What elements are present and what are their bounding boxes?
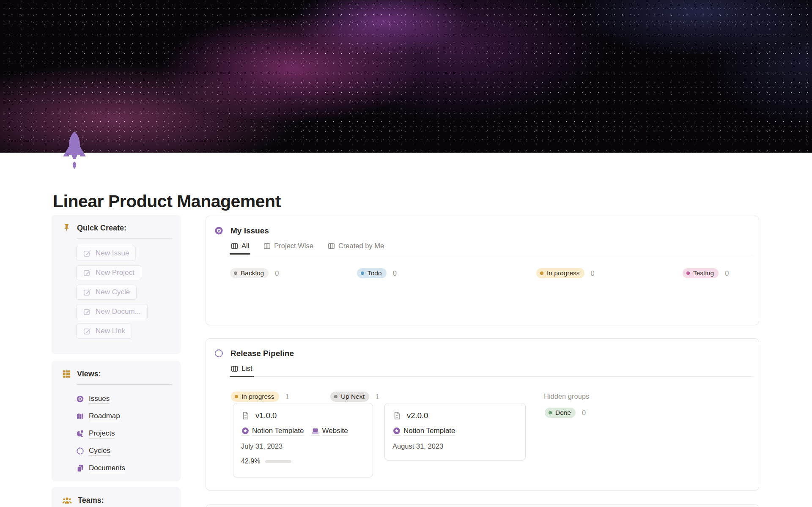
- my-issues-title: My Issues: [230, 226, 269, 236]
- board-view-icon: [263, 243, 271, 249]
- release-pipeline-tab-bar: List: [231, 364, 753, 377]
- pill-label: Todo: [368, 269, 382, 277]
- done-pill[interactable]: Done: [545, 408, 576, 418]
- compose-icon: [83, 288, 91, 296]
- group-count: 1: [376, 393, 379, 401]
- board-view-icon: [328, 243, 335, 249]
- group-count: 0: [591, 269, 595, 277]
- compose-icon: [83, 249, 91, 258]
- sidebar-item-cycles[interactable]: Cycles: [76, 442, 172, 460]
- view-label: Projects: [89, 429, 115, 438]
- new-document-button[interactable]: New Docum...: [76, 304, 148, 319]
- sidebar-item-projects[interactable]: Projects: [76, 425, 172, 442]
- group-in-progress: In progress 1: [231, 392, 289, 402]
- new-issue-button[interactable]: New Issue: [76, 246, 136, 261]
- rocket-icon[interactable]: [62, 131, 87, 170]
- tab-label: List: [241, 364, 252, 373]
- divider: [77, 384, 172, 385]
- release-title: v2.0.0: [407, 411, 428, 420]
- link-label: Notion Template: [252, 427, 304, 436]
- button-label: New Issue: [96, 249, 129, 258]
- sidebar-item-documents[interactable]: Documents: [76, 460, 172, 477]
- group-count: 0: [582, 409, 586, 417]
- tab-label: All: [241, 242, 249, 250]
- status-dot: [540, 271, 543, 275]
- release-card-v2[interactable]: v2.0.0 Notion Template August 31, 2023: [384, 403, 526, 460]
- page-title: Linear Product Management: [53, 192, 281, 211]
- quick-create-section: Quick Create: New Issue New Projec: [52, 215, 181, 354]
- new-cycle-button[interactable]: New Cycle: [76, 285, 137, 300]
- group-count: 0: [393, 269, 397, 277]
- laptop-icon: [311, 427, 320, 436]
- backlog-pill[interactable]: Backlog: [230, 268, 269, 278]
- view-label: Roadmap: [89, 412, 120, 421]
- new-link-button[interactable]: New Link: [76, 323, 132, 339]
- group-in-progress: In progress 0: [536, 268, 595, 278]
- views-section: Views: Issues Roadmap: [52, 361, 181, 481]
- quick-create-title: Quick Create:: [77, 224, 126, 233]
- tab-project-wise[interactable]: Project Wise: [263, 242, 313, 250]
- release-title: v1.0.0: [255, 411, 277, 420]
- cycles-dashed-circle-icon: [76, 447, 85, 455]
- group-done: Done 0: [545, 408, 586, 418]
- pill-label: In progress: [547, 269, 580, 277]
- group-up-next: Up Next 1: [330, 392, 379, 402]
- board-view-icon: [231, 365, 238, 372]
- status-dot: [235, 395, 238, 398]
- testing-pill[interactable]: Testing: [683, 268, 719, 278]
- group-backlog: Backlog 0: [230, 268, 279, 278]
- button-label: New Project: [96, 269, 134, 277]
- status-dot: [234, 271, 237, 275]
- roadmap-map-icon: [76, 412, 85, 421]
- release-pipeline-title: Release Pipeline: [230, 349, 294, 358]
- sidebar-item-roadmap[interactable]: Roadmap: [76, 408, 172, 425]
- group-count: 0: [275, 269, 279, 277]
- progress-percent: 42.9%: [241, 458, 260, 465]
- tab-created-by-me[interactable]: Created by Me: [328, 242, 384, 250]
- up-next-pill[interactable]: Up Next: [330, 392, 369, 402]
- pill-label: Up Next: [341, 393, 365, 400]
- issues-target-icon: [214, 226, 224, 236]
- notion-template-link[interactable]: Notion Template: [241, 427, 304, 436]
- tab-list[interactable]: List: [231, 364, 252, 373]
- link-label: Website: [322, 427, 348, 436]
- release-card-v1[interactable]: v1.0.0 Notion Template: [233, 403, 373, 477]
- compose-icon: [83, 269, 91, 277]
- compose-icon: [83, 327, 91, 335]
- my-issues-card: My Issues All Project Wise: [206, 216, 759, 325]
- compose-icon: [83, 307, 91, 316]
- website-link[interactable]: Website: [311, 427, 348, 436]
- pill-label: Backlog: [241, 269, 264, 277]
- notion-template-link[interactable]: Notion Template: [392, 427, 455, 436]
- page-icon: [392, 411, 401, 420]
- hidden-groups-toggle[interactable]: Hidden groups: [544, 392, 589, 400]
- release-pipeline-card: Release Pipeline List In progress 1 Up N…: [206, 338, 759, 491]
- release-date: August 31, 2023: [392, 442, 518, 450]
- in-progress-pill[interactable]: In progress: [536, 268, 584, 278]
- teams-section: Teams:: [52, 487, 181, 507]
- view-label: Cycles: [89, 447, 110, 456]
- grid-icon: [62, 369, 71, 379]
- button-label: New Cycle: [96, 288, 130, 296]
- group-count: 1: [285, 393, 289, 401]
- status-dot: [686, 271, 690, 275]
- notion-star-icon: [241, 427, 250, 436]
- pill-label: In progress: [241, 393, 274, 400]
- new-project-button[interactable]: New Project: [76, 265, 141, 280]
- progress-bar: [265, 460, 291, 463]
- link-label: Notion Template: [403, 427, 455, 436]
- view-label: Documents: [89, 464, 125, 473]
- tab-label: Project Wise: [274, 242, 313, 250]
- release-date: July 31, 2023: [241, 442, 365, 450]
- sidebar-item-issues[interactable]: Issues: [76, 390, 172, 408]
- tab-all[interactable]: All: [231, 242, 249, 250]
- in-progress-pill[interactable]: In progress: [231, 392, 279, 402]
- view-label: Issues: [89, 395, 110, 404]
- group-todo: Todo 0: [357, 268, 397, 278]
- projects-shapes-icon: [76, 429, 85, 438]
- todo-pill[interactable]: Todo: [357, 268, 387, 278]
- button-label: New Docum...: [96, 307, 141, 316]
- divider: [77, 238, 172, 239]
- status-dot: [334, 395, 337, 398]
- notion-star-icon: [392, 427, 401, 436]
